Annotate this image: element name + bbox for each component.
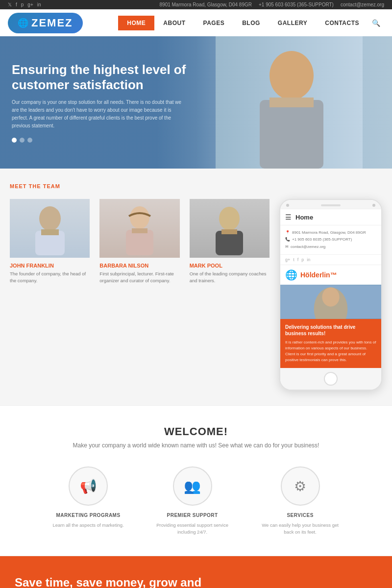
- service-item-3: ⚙ SERVICES We can easily help your busin…: [261, 466, 340, 536]
- service-icon-1: 📢: [69, 466, 108, 506]
- cta-section: Save time, save money, grow and succeed!…: [0, 556, 392, 588]
- googleplus-icon[interactable]: g+: [27, 2, 33, 7]
- hero-person-area: [216, 36, 363, 169]
- team-section-label: MEET THE TEAM: [10, 183, 382, 189]
- team-members-list: JOHN FRANKLIN The founder of company, th…: [10, 199, 279, 391]
- phone-linkedin-icon: in: [307, 257, 310, 262]
- service-name-3: SERVICES: [261, 513, 340, 518]
- team-photo-3: [190, 199, 270, 258]
- pinterest-icon[interactable]: p: [21, 2, 24, 7]
- team-name-3: MARK POOL: [190, 263, 270, 269]
- team-name-1: JOHN FRANKLIN: [10, 263, 90, 269]
- team-section: MEET THE TEAM JOHN FRANKLIN The founder …: [0, 169, 392, 405]
- team-role-3: One of the leading company coaches and t…: [190, 270, 270, 285]
- phone-bottom-bar: [280, 368, 381, 390]
- svg-rect-6: [41, 229, 59, 235]
- globe-icon: 🌐: [18, 18, 28, 28]
- hero-person-svg: [216, 36, 363, 169]
- team-grid: JOHN FRANKLIN The founder of company, th…: [10, 199, 382, 391]
- team-person-3-svg: [210, 201, 249, 255]
- team-photo-1: [10, 199, 90, 258]
- phone-map-icon: 📍: [285, 229, 290, 236]
- welcome-title: WELCOME!: [10, 425, 382, 438]
- services-grid: 📢 MARKETING PROGRAMS Learn all the aspec…: [10, 466, 382, 536]
- email-text: contact@zemez.org: [341, 2, 384, 7]
- cta-title: Save time, save money, grow and succeed!: [15, 576, 250, 588]
- phone-orange-text: It is rather content-rich and provides y…: [285, 340, 376, 363]
- service-desc-2: Providing essential support service incl…: [153, 522, 232, 536]
- team-role-1: The founder of company, the head of the …: [10, 270, 90, 285]
- service-item-2: 👥 PREMIER SUPPORT Providing essential su…: [153, 466, 232, 536]
- logo-text: ZEMEZ: [31, 17, 73, 29]
- main-nav: HOME ABOUT PAGES BLOG GALLERY CONTACTS 🔍: [118, 15, 384, 31]
- phone-phone-icon: 📞: [285, 236, 290, 243]
- svg-point-4: [39, 206, 61, 231]
- phone-contact-info: 📍 8901 Marmora Road, Glasgow, D04 89GR 📞…: [280, 225, 381, 255]
- header: 🌐 ZEMEZ HOME ABOUT PAGES BLOG GALLERY CO…: [0, 9, 392, 36]
- hero-dot-3[interactable]: [27, 138, 32, 143]
- social-links[interactable]: 𝕏 f p g+ in: [8, 2, 41, 7]
- facebook-icon[interactable]: f: [16, 2, 17, 7]
- phone-address: 8901 Marmora Road, Glasgow, D04 89GR: [292, 229, 366, 236]
- phone-hamburger-icon: ☰: [285, 213, 292, 221]
- svg-point-15: [322, 288, 339, 307]
- gear-icon: ⚙: [294, 478, 306, 494]
- service-desc-1: Learn all the aspects of marketing.: [52, 522, 123, 529]
- phone-social-links: g+ t f p in: [280, 255, 381, 265]
- service-desc-3: We can easily help your business get bac…: [261, 522, 340, 536]
- contact-info: 8901 Marmora Road, Glasgow, D04 89GR +1 …: [160, 2, 384, 7]
- address-text: 8901 Marmora Road, Glasgow, D04 89GR: [160, 2, 252, 7]
- linkedin-icon[interactable]: in: [37, 2, 41, 7]
- phone-nav: ☰ Home: [280, 209, 381, 225]
- phone-image-svg: [280, 285, 381, 319]
- team-person-2-svg: [120, 201, 159, 255]
- phone-sensor: [372, 204, 375, 207]
- svg-rect-8: [126, 230, 153, 255]
- phone-mockup: ☰ Home 📍 8901 Marmora Road, Glasgow, D04…: [279, 199, 382, 391]
- team-photo-2: [99, 199, 179, 258]
- nav-gallery[interactable]: GALLERY: [269, 16, 316, 30]
- phone-orange-title: Delivering solutions that drive business…: [285, 324, 376, 337]
- nav-blog[interactable]: BLOG: [233, 16, 269, 30]
- logo[interactable]: 🌐 ZEMEZ: [8, 13, 83, 33]
- nav-contacts[interactable]: CONTACTS: [316, 16, 368, 30]
- phone-nav-title: Home: [295, 214, 313, 221]
- service-name-1: MARKETING PROGRAMS: [52, 513, 123, 518]
- twitter-icon[interactable]: 𝕏: [8, 2, 12, 7]
- phone-brand-name: Hölderlin™: [300, 271, 337, 279]
- phone-pin-icon: p: [301, 257, 304, 262]
- hero-dots[interactable]: [12, 138, 186, 143]
- phone-brand-globe-icon: 🌐: [285, 269, 297, 281]
- svg-rect-11: [216, 231, 243, 255]
- phone-camera: [286, 204, 289, 207]
- phone-text: +1 905 603 6035 (365-SUPPORT): [259, 2, 334, 7]
- svg-rect-3: [270, 98, 314, 107]
- phone-brand: 🌐 Hölderlin™: [280, 265, 381, 285]
- svg-point-7: [130, 206, 149, 229]
- phone-gplus-icon: g+: [285, 257, 290, 262]
- team-member-2: BARBARA NILSON First subprincipal, lectu…: [99, 199, 189, 391]
- search-icon[interactable]: 🔍: [368, 15, 384, 31]
- team-member-1: JOHN FRANKLIN The founder of company, th…: [10, 199, 99, 391]
- hero-dot-1[interactable]: [12, 138, 17, 143]
- service-item-1: 📢 MARKETING PROGRAMS Learn all the aspec…: [52, 466, 123, 536]
- phone-home-button: [324, 372, 338, 386]
- hero-title: Ensuring the highest level of customer s…: [12, 62, 186, 93]
- hero-dot-2[interactable]: [20, 138, 24, 143]
- hero-description: Our company is your one stop solution fo…: [12, 98, 186, 130]
- welcome-subtitle: Make your company a world wide known nam…: [10, 442, 382, 449]
- hero-section: Ensuring the highest level of customer s…: [0, 36, 392, 169]
- nav-pages[interactable]: PAGES: [195, 16, 234, 30]
- service-icon-2: 👥: [173, 466, 212, 506]
- team-member-3: MARK POOL One of the leading company coa…: [190, 199, 279, 391]
- phone-top-bar: [280, 200, 381, 209]
- cta-content: Save time, save money, grow and succeed!…: [15, 576, 250, 588]
- phone-fb-icon: f: [297, 257, 299, 262]
- nav-about[interactable]: ABOUT: [154, 16, 194, 30]
- phone-hero-image: [280, 285, 381, 319]
- megaphone-icon: 📢: [80, 478, 97, 494]
- nav-home[interactable]: HOME: [118, 16, 154, 30]
- svg-point-1: [270, 51, 314, 100]
- phone-twitter-icon: t: [293, 257, 294, 262]
- svg-rect-9: [132, 228, 147, 233]
